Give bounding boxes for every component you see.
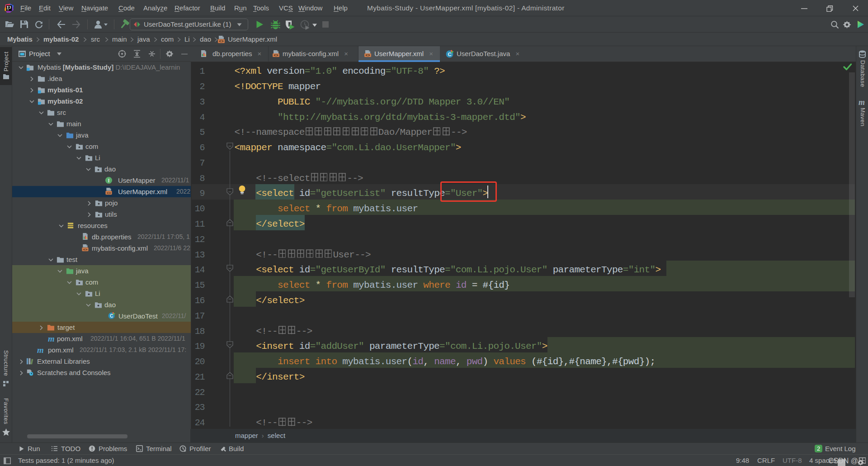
svg-text:C: C — [448, 52, 452, 57]
svg-text:<>: <> — [274, 53, 278, 57]
svg-text:I: I — [108, 178, 109, 183]
svg-text:<>: <> — [366, 53, 370, 57]
svg-text:<>: <> — [219, 39, 223, 43]
svg-text:<>: <> — [83, 247, 88, 252]
svg-text:<>: <> — [107, 191, 111, 195]
